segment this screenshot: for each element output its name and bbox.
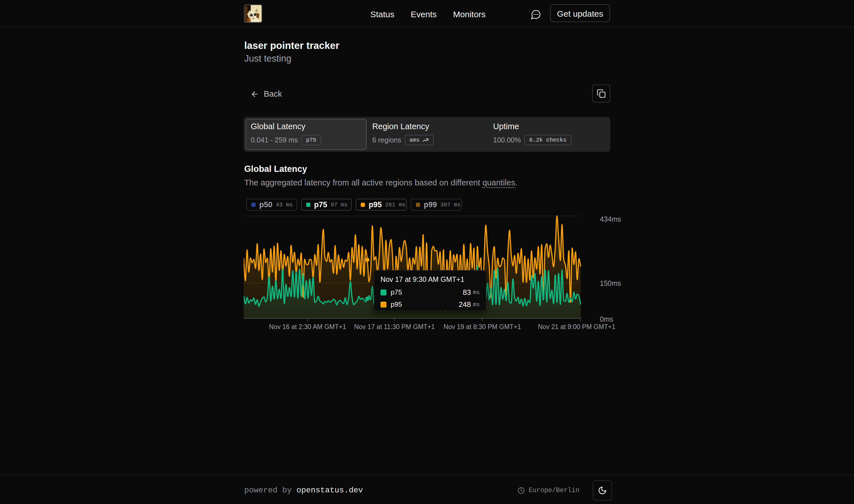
svg-text:Nov 16 at 2:30 AM GMT+1: Nov 16 at 2:30 AM GMT+1 xyxy=(269,323,346,330)
svg-text:150ms: 150ms xyxy=(600,279,621,287)
svg-text:Nov 19 at 8:30 PM GMT+1: Nov 19 at 8:30 PM GMT+1 xyxy=(443,323,521,330)
svg-text:Nov 17 at 11:30 PM GMT+1: Nov 17 at 11:30 PM GMT+1 xyxy=(354,323,435,330)
svg-text:434ms: 434ms xyxy=(600,215,621,223)
svg-text:0ms: 0ms xyxy=(600,315,613,323)
svg-text:Nov 21 at 9:00 PM GMT+1: Nov 21 at 9:00 PM GMT+1 xyxy=(538,323,615,330)
